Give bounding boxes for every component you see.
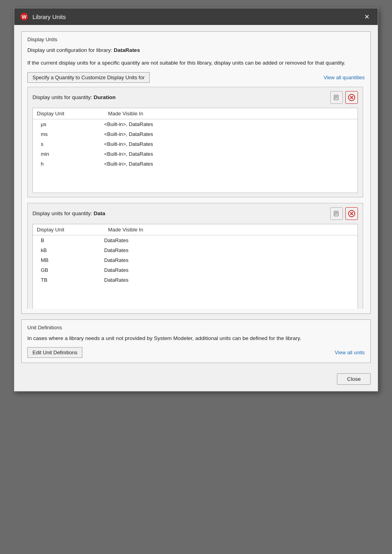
window-title: Library Units <box>32 13 66 20</box>
unit-cell: TB <box>41 277 104 283</box>
config-prefix-text: Display unit configuration for library: <box>27 47 114 53</box>
data-col-unit-header: Display Unit <box>37 227 108 233</box>
quantity-duration-bold: Duration <box>94 94 116 100</box>
quantity-data-actions <box>330 207 358 220</box>
unit-definitions-description: In cases where a library needs a unit no… <box>27 334 365 342</box>
specify-quantity-button[interactable]: Specify a Quantity to Customize Display … <box>27 72 150 83</box>
close-dialog-button[interactable]: Close <box>337 373 371 385</box>
unit-definitions-controls: Edit Unit Definitions View all units <box>27 347 365 358</box>
remove-data-button[interactable] <box>345 207 358 220</box>
duration-col-visible-header: Made Visible In <box>108 111 354 117</box>
unit-cell: ms <box>41 131 104 137</box>
table-row: s <Built-in>, DataRates <box>33 139 358 149</box>
quantity-duration-title: Display units for quantity: Duration <box>32 94 116 100</box>
unit-cell: s <box>41 141 104 147</box>
visible-cell: DataRates <box>104 257 354 263</box>
title-bar-left: W Library Units <box>20 12 66 21</box>
library-name: DataRates <box>114 47 140 53</box>
duration-table-header: Display Unit Made Visible In <box>33 108 358 119</box>
visible-cell: DataRates <box>104 247 354 253</box>
quantity-data-title: Display units for quantity: Data <box>32 210 105 216</box>
quantity-duration-header: Display units for quantity: Duration <box>32 91 358 104</box>
edit-data-button[interactable] <box>330 207 343 220</box>
window-close-button[interactable]: ✕ <box>361 11 372 22</box>
quantity-data-prefix: Display units for quantity: <box>32 210 94 216</box>
quantity-panels-scroll[interactable]: Display units for quantity: Duration <box>27 87 365 309</box>
view-all-quantities-link[interactable]: View all quantities <box>323 75 365 80</box>
display-units-section: Display Units Display unit configuration… <box>21 31 371 314</box>
unit-cell: μs <box>41 121 104 127</box>
title-bar: W Library Units ✕ <box>14 8 378 25</box>
duration-units-table: Display Unit Made Visible In μs <Built-i… <box>32 108 358 193</box>
quantity-duration-actions <box>330 91 358 104</box>
data-table-header: Display Unit Made Visible In <box>33 224 358 235</box>
app-icon: W <box>20 12 29 21</box>
visible-cell: <Built-in>, DataRates <box>104 141 354 147</box>
unit-cell: min <box>41 151 104 157</box>
display-units-description: If the current display units for a speci… <box>27 59 365 67</box>
quantity-duration-prefix: Display units for quantity: <box>32 94 94 100</box>
table-row: h <Built-in>, DataRates <box>33 159 358 169</box>
edit-icon <box>333 94 340 101</box>
display-units-title: Display Units <box>27 36 365 42</box>
quantity-controls-row: Specify a Quantity to Customize Display … <box>27 72 365 83</box>
visible-cell: <Built-in>, DataRates <box>104 151 354 157</box>
table-row: MB DataRates <box>33 255 358 265</box>
data-units-table: Display Unit Made Visible In B DataRates… <box>32 224 358 309</box>
remove-duration-icon <box>348 94 355 101</box>
visible-cell: <Built-in>, DataRates <box>104 131 354 137</box>
library-units-dialog: W Library Units ✕ Display Units Display … <box>14 8 378 392</box>
dialog-footer: Close <box>14 369 378 391</box>
dialog-body: Display Units Display unit configuration… <box>14 25 378 369</box>
table-row: kB DataRates <box>33 245 358 255</box>
table-row: μs <Built-in>, DataRates <box>33 119 358 129</box>
visible-cell: DataRates <box>104 267 354 273</box>
unit-cell: MB <box>41 257 104 263</box>
edit-data-icon <box>333 210 340 217</box>
edit-duration-button[interactable] <box>330 91 343 104</box>
table-row: TB DataRates <box>33 275 358 285</box>
remove-data-icon <box>348 210 355 217</box>
unit-definitions-title: Unit Definitions <box>27 325 365 330</box>
table-row: B DataRates <box>33 235 358 245</box>
unit-cell: kB <box>41 247 104 253</box>
remove-duration-button[interactable] <box>345 91 358 104</box>
unit-definitions-section: Unit Definitions In cases where a librar… <box>21 319 371 363</box>
table-row: min <Built-in>, DataRates <box>33 149 358 159</box>
table-row: ms <Built-in>, DataRates <box>33 129 358 139</box>
quantity-data-bold: Data <box>94 210 105 216</box>
visible-cell: DataRates <box>104 277 354 283</box>
svg-text:W: W <box>22 14 27 20</box>
view-all-units-link[interactable]: View all units <box>335 350 365 355</box>
unit-cell: B <box>41 237 104 243</box>
quantity-data-header: Display units for quantity: Data <box>32 207 358 220</box>
duration-col-unit-header: Display Unit <box>37 111 108 117</box>
data-col-visible-header: Made Visible In <box>108 227 354 233</box>
visible-cell: DataRates <box>104 237 354 243</box>
visible-cell: <Built-in>, DataRates <box>104 121 354 127</box>
quantity-panel-data: Display units for quantity: Data <box>27 203 363 309</box>
display-units-config-line: Display unit configuration for library: … <box>27 46 365 54</box>
unit-cell: h <box>41 161 104 167</box>
visible-cell: <Built-in>, DataRates <box>104 161 354 167</box>
quantity-panel-duration: Display units for quantity: Duration <box>27 87 363 197</box>
table-row: GB DataRates <box>33 265 358 275</box>
edit-unit-definitions-button[interactable]: Edit Unit Definitions <box>27 347 82 358</box>
unit-cell: GB <box>41 267 104 273</box>
